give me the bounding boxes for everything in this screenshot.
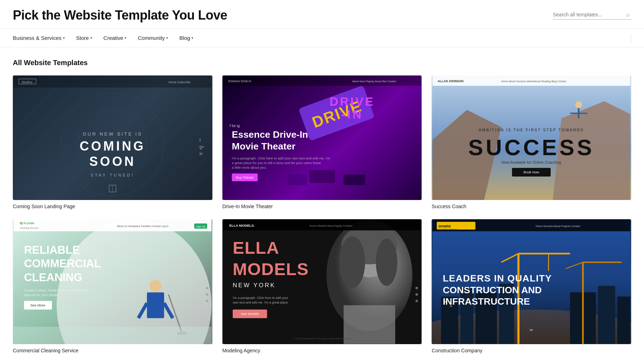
svg-text:INFRASTRUCTURE: INFRASTRUCTURE <box>443 296 530 307</box>
svg-text:Essence Drive-In: Essence Drive-In <box>232 129 308 140</box>
nav-item-business[interactable]: Business & Services ▾ <box>13 30 65 46</box>
svg-text:tailored for your needs.: tailored for your needs. <box>24 293 59 297</box>
template-name-success: Success Coach <box>432 204 631 209</box>
template-card-success[interactable]: ALLAN JOHNSON Home About Services Motiva… <box>432 75 631 209</box>
svg-text:own text and edit me. I'm a gr: own text and edit me. I'm a great place <box>233 301 288 304</box>
svg-point-93 <box>415 293 418 296</box>
search-container[interactable]: ⌕ <box>553 11 631 20</box>
svg-point-72 <box>206 293 208 296</box>
template-thumb-coming-soon: Skyline Home Subscribe OUR NEW SITE IS C… <box>13 75 212 200</box>
svg-text:OUR NEW SITE IS: OUR NEW SITE IS <box>83 131 142 137</box>
nav-divider <box>631 34 631 42</box>
svg-text:Buy Tickets: Buy Tickets <box>236 175 254 179</box>
svg-text:a great place for you to tell : a great place for you to tell a story an… <box>232 161 321 165</box>
nav-item-blog[interactable]: Blog ▾ <box>179 30 193 46</box>
template-grid: Skyline Home Subscribe OUR NEW SITE IS C… <box>13 75 631 353</box>
svg-rect-25 <box>343 174 365 185</box>
svg-text:⌄: ⌄ <box>528 324 535 333</box>
page-title: Pick the Website Template You Love <box>13 8 227 23</box>
svg-point-79 <box>376 239 397 286</box>
svg-text:MODELS: MODELS <box>233 259 309 279</box>
template-thumb-success: ALLAN JOHNSON Home About Services Motiva… <box>432 75 631 200</box>
nav-item-community[interactable]: Community ▾ <box>138 30 168 46</box>
svg-text:-IN: -IN <box>341 107 363 121</box>
section-title: All Website Templates <box>13 59 631 67</box>
svg-point-73 <box>206 300 208 302</box>
main-content: All Website Templates Skyline H <box>0 47 644 363</box>
svg-text:STAY TUNED!: STAY TUNED! <box>91 173 134 177</box>
svg-text:Movie Theater: Movie Theater <box>232 141 295 152</box>
svg-text:About Us   Workplace   Facilit: About Us Workplace Facilities Contact Lo… <box>117 225 168 228</box>
svg-text:Cleaning Services: Cleaning Services <box>20 227 39 230</box>
template-thumb-modeling: ELLA MODELS. Home Models About Apply Con… <box>222 219 422 344</box>
template-name-construction: Construction Company <box>432 348 631 353</box>
svg-point-94 <box>415 300 418 302</box>
nav-item-creative[interactable]: Creative ▾ <box>104 30 127 46</box>
svg-text:I'm a paragraph. Click here to: I'm a paragraph. Click here to add your <box>233 296 288 300</box>
svg-rect-103 <box>617 297 630 344</box>
svg-text:About  Now Playing  Snack Bar : About Now Playing Snack Bar Contact <box>352 80 396 83</box>
svg-text:RELIABLE: RELIABLE <box>24 244 80 256</box>
template-card-coming-soon[interactable]: Skyline Home Subscribe OUR NEW SITE IS C… <box>13 75 212 209</box>
template-card-construction[interactable]: SPHERE CONSTRUCTIONS Home Services About… <box>432 219 631 353</box>
svg-point-38 <box>575 101 582 108</box>
chevron-down-icon: ▾ <box>90 36 92 40</box>
svg-rect-24 <box>309 170 335 183</box>
nav-label-community: Community <box>138 35 165 41</box>
svg-text:© 2023 Ella Models. Proudly cr: © 2023 Ella Models. Proudly created with… <box>293 337 351 341</box>
template-name-modeling: Modeling Agency <box>222 348 422 353</box>
category-nav: Business & Services ▾ Store ▾ Creative ▾… <box>0 29 644 47</box>
svg-rect-1 <box>14 75 211 200</box>
nav-item-store[interactable]: Store ▾ <box>76 30 92 46</box>
chevron-down-icon: ▾ <box>125 36 126 40</box>
svg-text:Home   Services   About   Proj: Home Services About Projects Contact <box>536 225 580 228</box>
svg-rect-102 <box>598 286 615 344</box>
svg-text:Sign Up: Sign Up <box>196 225 205 228</box>
svg-text:DRIVE: DRIVE <box>329 95 375 108</box>
svg-text:🌿 PLOVER: 🌿 PLOVER <box>20 222 35 225</box>
svg-rect-70 <box>14 327 211 344</box>
nav-label-business: Business & Services <box>13 35 62 41</box>
svg-point-92 <box>415 287 418 289</box>
svg-rect-26 <box>287 174 307 185</box>
svg-point-71 <box>206 287 208 289</box>
svg-text:LEADERS IN QUALITY: LEADERS IN QUALITY <box>443 273 552 284</box>
svg-text:See Models: See Models <box>241 312 259 316</box>
svg-text:SPHERE: SPHERE <box>439 225 451 228</box>
svg-text:I'm a paragraph. Click here to: I'm a paragraph. Click here to add your … <box>232 156 330 160</box>
svg-text:See More: See More <box>30 304 45 307</box>
svg-text:Book Now: Book Now <box>524 170 539 174</box>
nav-label-blog: Blog <box>179 35 190 41</box>
svg-text:g+: g+ <box>199 144 204 149</box>
svg-text:CONSTRUCTION AND: CONSTRUCTION AND <box>443 285 542 295</box>
svg-text:Home   Models   About   Apply : Home Models About Apply Contact <box>309 224 353 227</box>
svg-text:ELLA MODELS.: ELLA MODELS. <box>229 223 255 227</box>
nav-label-creative: Creative <box>104 35 123 41</box>
svg-text:Now Available for Online Coach: Now Available for Online Coaching <box>502 160 561 164</box>
svg-text:a little more about you.: a little more about you. <box>232 165 266 169</box>
search-input[interactable] <box>553 12 624 17</box>
search-icon[interactable]: ⌕ <box>626 11 630 18</box>
template-card-modeling[interactable]: ELLA MODELS. Home Models About Apply Con… <box>222 219 422 353</box>
svg-rect-65 <box>147 293 164 318</box>
nav-label-store: Store <box>76 35 89 41</box>
svg-text:CLEANING: CLEANING <box>24 271 82 284</box>
svg-text:CONSTRUCTIONS: CONSTRUCTIONS <box>439 229 458 231</box>
svg-text:Skyline: Skyline <box>21 80 32 84</box>
template-name-coming-soon: Coming Soon Landing Page <box>13 204 212 209</box>
svg-point-64 <box>149 280 162 292</box>
chevron-down-icon: ▾ <box>166 36 168 40</box>
template-card-cleaning[interactable]: 🌿 PLOVER Cleaning Services About Us Work… <box>13 219 212 353</box>
chevron-down-icon: ▾ <box>63 36 65 40</box>
template-thumb-cleaning: 🌿 PLOVER Cleaning Services About Us Work… <box>13 219 212 344</box>
template-card-drive-in[interactable]: Essence Drive-In About Now Playing Snack… <box>222 75 422 209</box>
svg-text:SUCCESS: SUCCESS <box>468 135 595 160</box>
svg-text:SOON: SOON <box>89 154 136 169</box>
svg-rect-51 <box>14 219 211 231</box>
svg-text:COMING: COMING <box>80 139 146 153</box>
svg-text:f  tw  ig: f tw ig <box>229 123 239 128</box>
template-name-cleaning: Commercial Cleaning Service <box>13 348 212 353</box>
svg-text:ALLAN JOHNSON: ALLAN JOHNSON <box>438 79 464 83</box>
chevron-down-icon: ▾ <box>191 36 193 40</box>
svg-text:NEW YORK: NEW YORK <box>233 282 276 289</box>
